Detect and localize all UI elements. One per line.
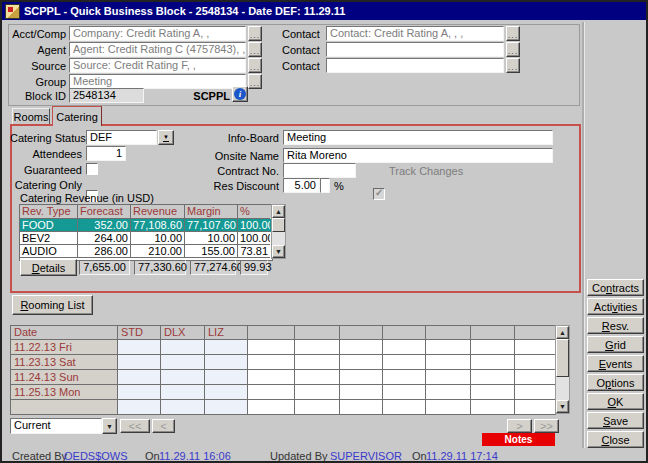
grid-cell[interactable] [205,385,248,400]
grid-cell[interactable] [295,340,340,355]
grid-cell[interactable] [515,340,556,355]
activities-button[interactable]: Activities [587,298,644,315]
nav-next-button[interactable]: > [507,419,532,433]
grid-cell[interactable] [426,370,471,385]
title-bar[interactable]: SCPPL - Quick Business Block - 2548134 -… [2,2,646,20]
group-field[interactable]: Meeting [69,74,246,89]
tab-rooms[interactable]: Rooms [12,108,50,125]
revenue-row-food[interactable]: FOOD 352.00 77,108.60 77,107.60 100.00 [20,219,272,232]
grid-cell[interactable] [515,385,556,400]
grid-cell[interactable] [340,370,383,385]
grid-cell[interactable] [205,400,248,415]
grid-cell[interactable] [471,340,515,355]
grid-cell[interactable] [248,400,295,415]
save-button[interactable]: Save [587,412,644,429]
grid-cell[interactable] [383,385,426,400]
revenue-row-audio[interactable]: AUDIO 286.00 210.00 155.00 73.81 [20,245,272,258]
grid-cell[interactable] [515,355,556,370]
grid-cell[interactable] [248,340,295,355]
grid-cell[interactable] [118,385,161,400]
date-range-dropdown-button[interactable]: ▼ [102,418,117,434]
details-button[interactable]: Details [20,259,77,276]
grid-cell[interactable] [161,385,205,400]
contact2-field[interactable] [326,42,504,57]
guaranteed-checkbox[interactable] [86,163,98,175]
tab-catering[interactable]: Catering [52,106,102,126]
grid-cell[interactable] [295,370,340,385]
property-info-button[interactable]: i [232,86,248,102]
catering-status-dropdown-button[interactable]: ▼ [158,130,174,145]
notes-lamp[interactable]: Notes [482,433,555,446]
onsite-name-field[interactable]: Rita Moreno [283,148,553,163]
grid-cell[interactable] [205,370,248,385]
revenue-row-bev2[interactable]: BEV2 264.00 10.00 10.00 100.00 [20,232,272,245]
block-id-field[interactable]: 2548134 [69,88,144,103]
scroll-up-icon[interactable]: ▲ [556,326,569,339]
contact1-field[interactable]: Contact: Credit Rating A, , , [326,26,504,41]
grid-scroll-thumb[interactable] [556,339,569,377]
grid-cell[interactable] [118,355,161,370]
grid-cell[interactable] [471,370,515,385]
grid-cell[interactable] [515,400,556,415]
contact3-browse-button[interactable]: ... [506,58,520,73]
nav-prev-button[interactable]: < [152,419,175,433]
grid-cell[interactable] [515,370,556,385]
grid-cell[interactable] [248,370,295,385]
contact1-browse-button[interactable]: ... [506,26,520,41]
attendees-field[interactable]: 1 [86,146,126,161]
grid-cell[interactable] [295,385,340,400]
grid-cell[interactable] [248,385,295,400]
grid-cell[interactable] [383,340,426,355]
grid-cell[interactable] [340,340,383,355]
grid-cell[interactable] [383,370,426,385]
grid-cell[interactable] [118,340,161,355]
grid-cell[interactable] [118,370,161,385]
grid-cell[interactable] [426,400,471,415]
grid-cell[interactable] [383,400,426,415]
acct-comp-browse-button[interactable]: ... [248,26,262,41]
source-field[interactable]: Source: Credit Rating F, , [69,58,246,73]
acct-comp-field[interactable]: Company: Credit Rating A, , [69,26,246,41]
agent-browse-button[interactable]: ... [248,42,262,57]
grid-cell[interactable] [205,340,248,355]
options-button[interactable]: Options [587,374,644,391]
grid-cell[interactable] [161,355,205,370]
grid-cell[interactable] [340,400,383,415]
contact2-browse-button[interactable]: ... [506,42,520,57]
grid-cell[interactable] [161,340,205,355]
source-browse-button[interactable]: ... [248,58,262,73]
rooming-list-button[interactable]: Rooming List [12,295,93,315]
ok-button[interactable]: OK [587,393,644,410]
nav-last-button[interactable]: >> [534,419,559,433]
events-button[interactable]: Events [587,355,644,372]
scroll-up-icon[interactable]: ▲ [272,205,285,218]
grid-cell[interactable] [205,355,248,370]
grid-cell[interactable] [426,340,471,355]
revenue-scroll-thumb[interactable] [272,218,285,232]
contract-no-field[interactable] [283,163,356,178]
grid-cell[interactable] [426,355,471,370]
grid-cell[interactable] [426,385,471,400]
contracts-button[interactable]: Contracts [587,279,644,296]
catering-status-field[interactable]: DEF [86,130,157,145]
grid-cell[interactable] [340,385,383,400]
info-board-field[interactable]: Meeting [283,130,553,145]
grid-cell[interactable] [295,400,340,415]
scroll-down-icon[interactable]: ▼ [272,245,285,258]
grid-cell[interactable] [340,355,383,370]
grid-cell[interactable] [471,355,515,370]
agent-field[interactable]: Agent: Credit Rating C (4757843), , [69,42,246,57]
grid-cell[interactable] [471,400,515,415]
grid-cell[interactable] [118,400,161,415]
res-discount-field[interactable]: 5.00 [283,178,320,193]
nav-first-button[interactable]: << [120,419,150,433]
date-range-select[interactable]: Current [10,418,102,434]
contact3-field[interactable] [326,58,504,73]
close-button[interactable]: Close [587,431,644,448]
grid-cell[interactable] [248,355,295,370]
revenue-scrollbar[interactable]: ▲ ▼ [271,204,286,259]
scroll-down-icon[interactable]: ▼ [556,400,569,413]
grid-button[interactable]: Grid [587,336,644,353]
grid-cell[interactable] [161,370,205,385]
grid-cell[interactable] [471,385,515,400]
